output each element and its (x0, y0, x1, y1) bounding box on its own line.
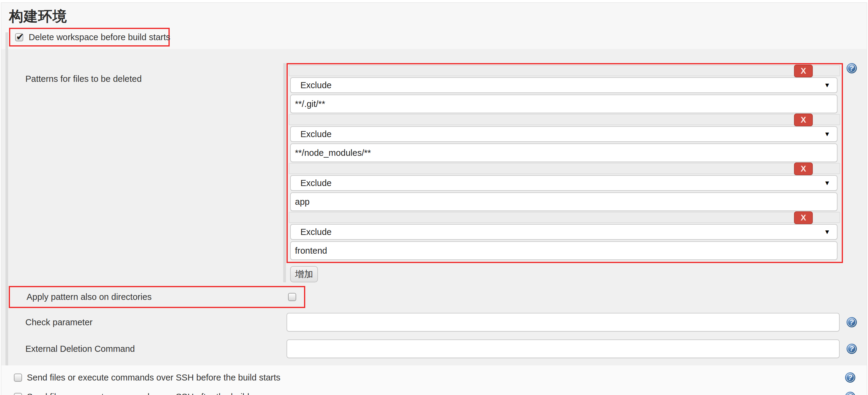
external-deletion-input[interactable] (286, 339, 840, 358)
ssh-after-row: ✔ Send files or execute commands over SS… (1, 388, 867, 395)
delete-entry-button[interactable]: X (794, 65, 813, 77)
page-title: 构建环境 (1, 3, 867, 25)
question-mark-icon: ? (849, 64, 854, 72)
bottom-options-area: ✔ Send files or execute commands over SS… (1, 365, 867, 395)
dropdown-arrow-icon: ▼ (824, 228, 830, 236)
patterns-list: X Exclude ▼ X Exclude ▼ X Exclude ▼ X (286, 63, 843, 263)
apply-pattern-label[interactable]: Apply pattern also on directories (27, 292, 152, 302)
entry-drag-header[interactable]: X (289, 212, 840, 223)
question-mark-icon: ? (849, 345, 854, 353)
ssh-after-label[interactable]: Send files or execute commands over SSH … (27, 392, 269, 395)
check-parameter-input[interactable] (286, 313, 840, 332)
exclude-select[interactable]: Exclude ▼ (290, 126, 838, 142)
exclude-select[interactable]: Exclude ▼ (290, 175, 838, 191)
apply-pattern-row: Apply pattern also on directories ✔ (9, 286, 867, 308)
section-left-strip (5, 32, 8, 365)
patterns-row: Patterns for files to be deleted X Exclu… (1, 49, 867, 282)
apply-pattern-box: Apply pattern also on directories ✔ (9, 286, 305, 308)
entry-drag-header[interactable]: X (289, 114, 840, 125)
delete-entry-button[interactable]: X (794, 211, 813, 224)
patterns-help-icon[interactable]: ? (846, 63, 857, 73)
entry-drag-header[interactable]: X (289, 65, 840, 76)
question-mark-icon: ? (848, 393, 852, 395)
delete-entry-button[interactable]: X (794, 114, 813, 126)
exclude-select-value: Exclude (301, 227, 332, 237)
pattern-entry: X Exclude ▼ (290, 65, 838, 113)
external-deletion-row: External Deletion Command ? (1, 336, 867, 361)
pattern-entry: X Exclude ▼ (290, 163, 838, 211)
question-mark-icon: ? (848, 373, 852, 382)
ssh-after-help-icon[interactable]: ? (845, 392, 855, 395)
patterns-label: Patterns for files to be deleted (1, 63, 286, 84)
pattern-input[interactable] (290, 192, 838, 211)
ssh-before-checkbox[interactable]: ✔ (14, 373, 22, 382)
check-parameter-row: Check parameter ? (1, 310, 867, 335)
entry-drag-header[interactable]: X (289, 163, 840, 174)
ssh-before-help-icon[interactable]: ? (845, 372, 855, 383)
dropdown-arrow-icon: ▼ (824, 130, 830, 138)
exclude-select[interactable]: Exclude ▼ (290, 77, 838, 93)
pattern-input[interactable] (290, 94, 838, 113)
dropdown-arrow-icon: ▼ (824, 179, 830, 187)
pattern-entry: X Exclude ▼ (290, 212, 838, 260)
apply-pattern-checkbox[interactable]: ✔ (288, 293, 296, 301)
external-deletion-help-icon[interactable]: ? (846, 344, 857, 354)
build-environment-page: 构建环境 ✔ Delete workspace before build sta… (1, 2, 867, 395)
ssh-before-label[interactable]: Send files or execute commands over SSH … (27, 373, 280, 383)
delete-workspace-checkbox[interactable]: ✔ (15, 33, 23, 41)
pattern-input[interactable] (290, 144, 838, 162)
exclude-select[interactable]: Exclude ▼ (290, 224, 838, 240)
check-parameter-label: Check parameter (1, 317, 286, 327)
exclude-select-value: Exclude (301, 178, 332, 188)
checkmark-icon: ✔ (16, 31, 24, 42)
exclude-select-value: Exclude (301, 129, 332, 139)
pattern-entry: X Exclude ▼ (290, 114, 838, 162)
delete-workspace-row: ✔ Delete workspace before build starts (9, 28, 170, 47)
add-pattern-button[interactable]: 增加 (290, 266, 318, 282)
check-parameter-help-icon[interactable]: ? (846, 317, 857, 327)
exclude-select-value: Exclude (301, 80, 332, 90)
pattern-input[interactable] (290, 241, 838, 260)
delete-entry-button[interactable]: X (794, 162, 813, 175)
dropdown-arrow-icon: ▼ (824, 82, 830, 89)
delete-workspace-label[interactable]: Delete workspace before build starts (29, 32, 170, 42)
external-deletion-label: External Deletion Command (1, 344, 286, 354)
cleanup-config-section: Patterns for files to be deleted X Exclu… (1, 49, 867, 365)
ssh-after-checkbox[interactable]: ✔ (14, 393, 22, 395)
ssh-before-row: ✔ Send files or execute commands over SS… (1, 368, 867, 387)
question-mark-icon: ? (849, 318, 854, 327)
patterns-drag-strip[interactable] (283, 63, 286, 282)
